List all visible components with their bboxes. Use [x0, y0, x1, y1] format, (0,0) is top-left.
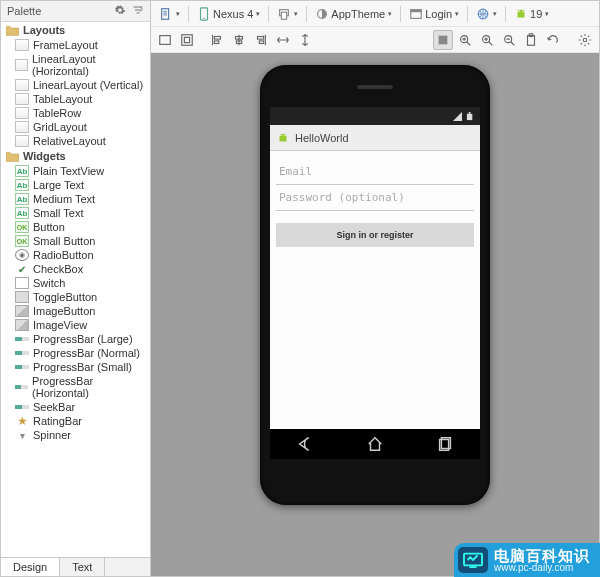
tab-design[interactable]: Design [1, 558, 60, 576]
activity-icon [409, 7, 423, 21]
layout-icon [15, 107, 29, 119]
textview-icon: Ab [15, 207, 29, 219]
layout-icon [15, 93, 29, 105]
widget-item[interactable]: SeekBar [1, 400, 150, 414]
widget-item[interactable]: OKSmall Button [1, 234, 150, 248]
layout-item[interactable]: RelativeLayout [1, 134, 150, 148]
watermark-url: www.pc-daily.com [494, 563, 590, 573]
device-label: Nexus 4 [213, 8, 253, 20]
selection-mode-button[interactable] [433, 30, 453, 50]
sign-in-button[interactable]: Sign in or register [276, 223, 474, 247]
back-icon[interactable] [296, 435, 314, 453]
widget-item[interactable]: ImageView [1, 318, 150, 332]
refresh-button[interactable] [543, 30, 563, 50]
imageview-icon [15, 319, 29, 331]
svg-rect-13 [184, 37, 189, 42]
progressbar-icon [15, 385, 28, 389]
widget-item[interactable]: ▾Spinner [1, 428, 150, 442]
widget-item[interactable]: ToggleButton [1, 290, 150, 304]
checkbox-icon: ✔ [15, 263, 29, 275]
folder-layouts[interactable]: Layouts [1, 22, 150, 38]
expand-horiz-button[interactable] [273, 30, 293, 50]
align-left-button[interactable] [207, 30, 227, 50]
clipboard-button[interactable] [521, 30, 541, 50]
autoconnect-button[interactable] [177, 30, 197, 50]
watermark: 电脑百科知识 www.pc-daily.com [454, 543, 600, 577]
tab-label: Design [13, 561, 47, 573]
widget-item[interactable]: AbLarge Text [1, 178, 150, 192]
align-right-button[interactable] [251, 30, 271, 50]
theme-selector[interactable]: AppTheme▾ [311, 4, 396, 24]
collapse-icon[interactable] [132, 4, 144, 18]
item-label: RadioButton [33, 249, 94, 261]
widget-item[interactable]: ✔CheckBox [1, 262, 150, 276]
layout-icon [15, 135, 29, 147]
zoom-fit-button[interactable] [455, 30, 475, 50]
widget-item[interactable]: OKButton [1, 220, 150, 234]
expand-vert-button[interactable] [295, 30, 315, 50]
folder-widgets[interactable]: Widgets [1, 148, 150, 164]
widget-item[interactable]: ProgressBar (Normal) [1, 346, 150, 360]
item-label: ProgressBar (Large) [33, 333, 133, 345]
svg-rect-0 [162, 8, 169, 19]
widget-item[interactable]: ProgressBar (Large) [1, 332, 150, 346]
widget-item[interactable]: Switch [1, 276, 150, 290]
toggle-icon [15, 291, 29, 303]
widget-item[interactable]: AbPlain TextView [1, 164, 150, 178]
design-canvas[interactable]: HelloWorld Email Password (optional) Sig… [151, 53, 599, 576]
spinner-icon: ▾ [15, 429, 29, 441]
device-selector[interactable]: Nexus 4▾ [193, 4, 264, 24]
settings-button[interactable] [575, 30, 595, 50]
zoom-in-button[interactable] [477, 30, 497, 50]
item-label: SeekBar [33, 401, 75, 413]
align-center-button[interactable] [229, 30, 249, 50]
zoom-out-button[interactable] [499, 30, 519, 50]
item-label: CheckBox [33, 263, 83, 275]
app-title: HelloWorld [295, 132, 349, 144]
app-body: Email Password (optional) Sign in or reg… [270, 151, 480, 429]
activity-selector[interactable]: Login▾ [405, 4, 463, 24]
widget-item[interactable]: ◉RadioButton [1, 248, 150, 262]
ratingbar-icon: ★ [15, 415, 29, 427]
email-field[interactable]: Email [276, 159, 474, 185]
layout-icon [15, 39, 29, 51]
globe-icon [476, 7, 490, 21]
layout-item[interactable]: FrameLayout [1, 38, 150, 52]
render-options-button[interactable]: ▾ [155, 4, 184, 24]
item-label: Switch [33, 277, 65, 289]
home-icon[interactable] [366, 435, 384, 453]
recent-icon[interactable] [436, 435, 454, 453]
locale-selector[interactable]: ▾ [472, 4, 501, 24]
item-label: ToggleButton [33, 291, 97, 303]
widget-item[interactable]: ImageButton [1, 304, 150, 318]
svg-rect-4 [282, 12, 287, 19]
item-label: Small Button [33, 235, 95, 247]
widget-item[interactable]: AbSmall Text [1, 206, 150, 220]
layout-item[interactable]: GridLayout [1, 120, 150, 134]
layout-item[interactable]: LinearLayout (Vertical) [1, 78, 150, 92]
layout-item[interactable]: TableLayout [1, 92, 150, 106]
layout-item[interactable]: LinearLayout (Horizontal) [1, 52, 150, 78]
config-toolbar: ▾ Nexus 4▾ ▾ AppTheme▾ Login▾ [151, 1, 599, 27]
password-field[interactable]: Password (optional) [276, 185, 474, 211]
palette-header: Palette [1, 1, 150, 22]
widget-item[interactable]: ProgressBar (Horizontal) [1, 374, 150, 400]
widget-item[interactable]: AbMedium Text [1, 192, 150, 206]
item-label: GridLayout [33, 121, 87, 133]
watermark-icon [458, 547, 488, 573]
gear-icon[interactable] [114, 4, 126, 18]
progressbar-icon [15, 337, 29, 341]
widget-item[interactable]: ★RatingBar [1, 414, 150, 428]
orientation-button[interactable]: ▾ [273, 4, 302, 24]
progressbar-icon [15, 365, 29, 369]
api-selector[interactable]: 19▾ [510, 4, 553, 24]
viewport-button[interactable] [155, 30, 175, 50]
progressbar-icon [15, 351, 29, 355]
tab-text[interactable]: Text [60, 558, 105, 576]
layout-icon [15, 121, 29, 133]
widget-item[interactable]: ProgressBar (Small) [1, 360, 150, 374]
layout-item[interactable]: TableRow [1, 106, 150, 120]
seekbar-icon [15, 405, 29, 409]
svg-rect-15 [214, 40, 218, 43]
folder-label: Layouts [23, 24, 65, 36]
